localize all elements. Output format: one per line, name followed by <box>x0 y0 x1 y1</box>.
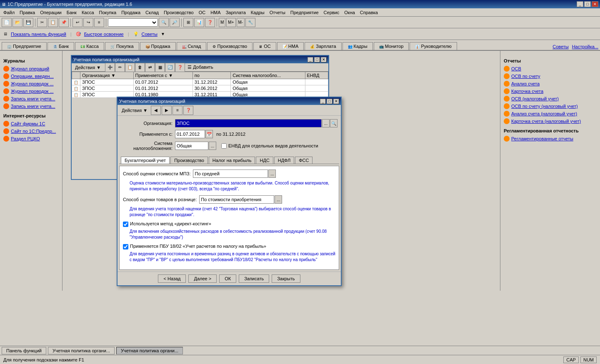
iw1-maximize[interactable]: □ <box>314 57 320 62</box>
menu-operations[interactable]: Операции <box>38 9 64 16</box>
tab-sales[interactable]: 📦 Продажа <box>140 42 176 50</box>
iw1-tb-add[interactable]: ➕ <box>105 63 115 72</box>
maximize-button[interactable]: □ <box>584 1 591 7</box>
close-button[interactable]: ✕ <box>592 1 598 7</box>
menu-warehouse[interactable]: Склад <box>143 9 161 16</box>
tb-copy[interactable]: 📋 <box>48 18 58 27</box>
tips-link[interactable]: Советы <box>142 32 158 37</box>
tb-redo[interactable]: ↪ <box>83 18 93 27</box>
pbu-checkbox[interactable] <box>123 244 128 249</box>
iw1-tb-filter[interactable]: ▦ <box>155 63 165 72</box>
menu-salary[interactable]: Зарплата <box>223 9 248 16</box>
link-osv[interactable]: ОСВ <box>504 66 597 72</box>
btn-save[interactable]: Записать <box>239 274 269 283</box>
tb-table[interactable]: ⊞ <box>183 18 193 27</box>
iw1-close[interactable]: ✕ <box>321 57 327 62</box>
tax-system-input[interactable] <box>175 142 208 150</box>
mz-input[interactable] <box>193 170 268 178</box>
btn-close[interactable]: Закрыть <box>272 274 300 283</box>
menu-bank[interactable]: Банк <box>64 9 79 16</box>
dlg-close[interactable]: ✕ <box>333 99 339 104</box>
menu-help[interactable]: Справка <box>358 9 380 16</box>
quick-start-link[interactable]: Быстрое освоение <box>84 32 124 37</box>
tab-bank[interactable]: 🏦 Банк <box>48 42 74 50</box>
menu-sales[interactable]: Продажа <box>119 9 143 16</box>
link-osv-account-tax[interactable]: ОСВ по счету (налоговый учет) <box>504 103 597 109</box>
col-to[interactable]: по <box>192 72 231 79</box>
link-osv-tax[interactable]: ОСВ (налоговый учет) <box>504 96 597 102</box>
tab-salary[interactable]: 💰 Зарплата <box>305 42 341 50</box>
link-osv-account[interactable]: ОСВ по счету <box>504 73 597 79</box>
dlg-actions-menu[interactable]: Действия ▼ <box>119 107 150 114</box>
goods-browse-btn[interactable]: ... <box>275 195 282 204</box>
iw1-minimize[interactable]: _ <box>308 57 313 62</box>
tb-new[interactable]: 📄 <box>2 18 12 27</box>
tb-search2[interactable]: 🔎 <box>170 18 180 27</box>
tab-enterprise[interactable]: 🏢 Предприятие <box>2 42 47 50</box>
link-journal-entered[interactable]: Операции, введен... <box>3 73 59 79</box>
calendar-btn[interactable]: 📅 <box>205 130 213 138</box>
dlg-maximize[interactable]: □ <box>327 99 332 104</box>
iw1-add-label[interactable]: ☰ Добавить <box>185 64 216 71</box>
link-regulated-reports[interactable]: Регламентированные отчеты <box>504 136 597 142</box>
tab-cash[interactable]: 💵 Касса <box>75 42 104 50</box>
tab-os[interactable]: 🖥 ОС <box>253 42 276 50</box>
link-book-entry2[interactable]: Запись книги учета... <box>3 103 59 109</box>
dlg-tab-fss[interactable]: ФСС <box>295 157 312 164</box>
col-from[interactable]: Применяется с ▼ <box>133 72 192 79</box>
menu-windows[interactable]: Окна <box>342 9 358 16</box>
col-tax-system[interactable]: Система налогообло... <box>231 72 305 79</box>
menu-enterprise[interactable]: Предприятие <box>288 9 321 16</box>
tab-hr[interactable]: 👥 Кадры <box>342 42 373 50</box>
dlg-tb-forward[interactable]: ▶ <box>162 106 172 115</box>
applies-from-input[interactable] <box>175 130 205 138</box>
link-rcko[interactable]: Раздел РЦКО <box>3 136 59 142</box>
link-journal-postings2[interactable]: Журнал проводок ... <box>3 88 59 94</box>
tb-tools[interactable]: 🔧 <box>245 18 255 27</box>
dlg-tab-accounting[interactable]: Бухгалтерский учет <box>121 157 170 164</box>
dlg-tb-back[interactable]: ◀ <box>151 106 161 115</box>
tb-mminus[interactable]: M- <box>237 18 245 27</box>
menu-edit[interactable]: Правка <box>17 9 38 16</box>
menu-production[interactable]: Производство <box>161 9 196 16</box>
menu-service[interactable]: Сервис <box>321 9 342 16</box>
tb-misc[interactable]: ≡ <box>94 18 104 27</box>
iw1-tb-refresh[interactable]: 🔄 <box>165 63 175 72</box>
tb-paste[interactable]: 📌 <box>59 18 69 27</box>
taskbar-panel[interactable]: Панель функций <box>2 347 46 354</box>
dlg-tab-vat[interactable]: НДС <box>256 157 273 164</box>
envd-checkbox[interactable] <box>221 143 227 149</box>
link-analysis[interactable]: Анализ счета <box>504 81 597 87</box>
col-org[interactable]: Организация ▼ <box>80 72 134 79</box>
menu-os[interactable]: ОС <box>196 9 208 16</box>
tax-system-browse-btn[interactable]: ... <box>209 142 216 150</box>
tb-undo[interactable]: ↩ <box>72 18 82 27</box>
table-row[interactable]: 📋 ЗПОС 01.07.2012 31.12.2012 Общая <box>72 79 328 85</box>
dlg-minimize[interactable]: _ <box>320 99 326 104</box>
iw1-actions-menu[interactable]: Действия ▼ <box>72 64 103 71</box>
tb-cut[interactable]: ✂ <box>37 18 47 27</box>
tab-director[interactable]: 👔 Руководителю <box>410 42 457 50</box>
dlg-tb-help[interactable]: ❓ <box>183 106 193 115</box>
iw1-tb-edit[interactable]: ✏ <box>115 63 125 72</box>
tab-monitor[interactable]: 📺 Монитор <box>374 42 409 50</box>
menu-nma[interactable]: НМА <box>208 9 223 16</box>
iw1-tb-copy[interactable]: 📋 <box>125 63 135 72</box>
link-analysis-tax[interactable]: Анализ счета (налоговый учет) <box>504 111 597 117</box>
btn-next[interactable]: Далее > <box>188 274 217 283</box>
tb-mplus[interactable]: M+ <box>226 18 235 27</box>
menu-purchase[interactable]: Покупка <box>97 9 119 16</box>
org-search-btn[interactable]: 🔍 <box>330 119 338 127</box>
link-1c-site[interactable]: Сайт фирмы 1С <box>3 121 59 127</box>
link-journal-postings1[interactable]: Журнал проводок ... <box>3 81 59 87</box>
tb-chart[interactable]: 📊 <box>194 18 204 27</box>
header-settings-link[interactable]: Настройка... <box>572 44 598 49</box>
tab-production[interactable]: ⚙ Производство <box>207 42 252 50</box>
goods-input[interactable] <box>199 195 274 204</box>
tb-search[interactable]: 🔍 <box>159 18 169 27</box>
tb-save[interactable]: 💾 <box>23 18 33 27</box>
header-tips-link[interactable]: Советы <box>552 44 568 49</box>
tab-warehouse[interactable]: 🏭 Склад <box>177 42 207 50</box>
link-card[interactable]: Карточка счета <box>504 88 597 94</box>
taskbar-policy2[interactable]: Учетная политика органи... <box>116 347 183 354</box>
